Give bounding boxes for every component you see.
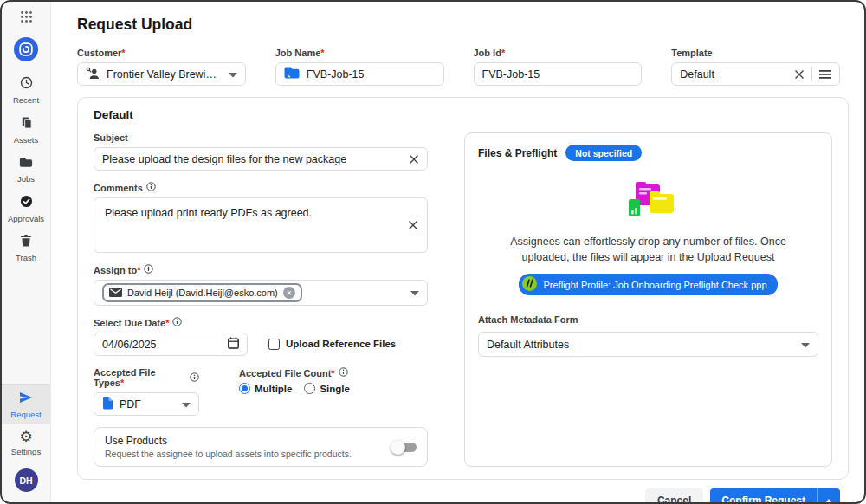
job-name-value: FVB-Job-15 [307, 68, 436, 81]
due-date-value: 04/06/2025 [102, 339, 221, 351]
envelope-icon [109, 288, 122, 299]
files-preflight-panel: Files & Preflight Not specified [464, 132, 832, 467]
sidebar-item-label: Settings [11, 447, 41, 456]
due-date-label: Select Due Date [94, 317, 248, 328]
preflight-profile-chip[interactable]: Preflight Profile: Job Onboarding Prefli… [519, 274, 777, 295]
documents-icon [20, 116, 33, 132]
template-select[interactable]: Default [671, 62, 840, 86]
sidebar-item-settings[interactable]: ⚙ Settings [2, 424, 50, 462]
not-specified-badge: Not specified [565, 145, 642, 161]
customer-field: Customer Frontier Valley Brewing Co. [77, 48, 246, 86]
job-id-label: Job Id [474, 48, 643, 58]
sidebar-item-jobs[interactable]: Jobs [2, 150, 50, 189]
chevron-down-icon [410, 287, 419, 299]
file-types-row: Accepted File Types PDF [94, 367, 428, 416]
page-title: Request Upload [77, 16, 849, 34]
main-content: Request Upload Customer Frontier Valley … [51, 2, 864, 502]
form-left-column: Subject Please upload the design files f… [94, 132, 428, 467]
sidebar-item-assets[interactable]: Assets [2, 110, 50, 150]
sidebar: Recent Assets Jobs Approvals Trash [2, 2, 51, 502]
use-products-card: Use Products Request the assignee to upl… [94, 427, 428, 467]
subject-clear-icon[interactable] [409, 154, 419, 165]
job-name-input[interactable]: FVB-Job-15 [275, 62, 444, 86]
sidebar-item-trash[interactable]: Trash [2, 229, 50, 268]
comments-clear-icon[interactable] [408, 220, 418, 230]
file-types-label: Accepted File Types [94, 367, 199, 388]
cancel-button[interactable]: Cancel [645, 488, 703, 504]
send-icon [19, 391, 33, 407]
upload-reference-checkbox[interactable] [268, 339, 280, 350]
chevron-down-icon [182, 398, 191, 410]
radio-option-multiple[interactable]: Multiple [239, 383, 292, 394]
app-window: Recent Assets Jobs Approvals Trash [0, 0, 866, 504]
comments-input[interactable]: Please upload print ready PDFs as agreed… [94, 197, 428, 253]
upload-reference-checkbox-row[interactable]: Upload Reference Files [268, 339, 396, 350]
confirm-request-dropdown-button[interactable] [817, 488, 840, 504]
clock-icon [20, 76, 33, 93]
files-preflight-description: Assignees can effortlessly drop any numb… [501, 235, 796, 265]
job-name-label: Job Name [275, 48, 444, 58]
job-id-field: Job Id FVB-Job-15 [474, 48, 643, 86]
info-icon [146, 182, 156, 193]
job-id-input[interactable]: FVB-Job-15 [474, 62, 643, 86]
sidebar-item-label: Request [10, 410, 41, 419]
chevron-down-icon [229, 68, 237, 81]
template-clear-icon[interactable] [794, 69, 805, 80]
sidebar-item-approvals[interactable]: Approvals [2, 189, 50, 229]
files-preflight-header: Files & Preflight Not specified [478, 145, 818, 161]
sidebar-item-label: Approvals [8, 214, 44, 223]
subject-input[interactable]: Please upload the design files for the n… [94, 147, 428, 171]
use-products-toggle[interactable] [392, 443, 417, 452]
confirm-request-split-button: Confirm Request [710, 488, 840, 504]
due-date-row: Select Due Date 04/06/2025 [94, 317, 428, 356]
preflight-chip-label: Preflight Profile: Job Onboarding Prefli… [543, 280, 766, 290]
sidebar-item-recent[interactable]: Recent [2, 70, 50, 110]
use-products-description: Request the assignee to upload assets in… [105, 449, 384, 459]
comments-group: Comments Please upload print ready PDFs … [94, 182, 428, 253]
customer-person-key-icon [86, 67, 100, 82]
sidebar-item-label: Jobs [17, 174, 35, 184]
subject-label: Subject [94, 132, 428, 143]
subject-group: Subject Please upload the design files f… [94, 132, 428, 171]
confirm-request-button[interactable]: Confirm Request [710, 488, 817, 504]
radio-multiple-label: Multiple [255, 384, 292, 394]
info-icon [144, 264, 153, 275]
radio-multiple[interactable] [239, 383, 250, 394]
customer-select[interactable]: Frontier Valley Brewing Co. [77, 62, 246, 86]
toggle-knob [391, 440, 405, 455]
customer-label: Customer [77, 48, 246, 58]
metadata-form-select[interactable]: Default Attributes [478, 332, 818, 357]
template-value: Default [680, 68, 787, 81]
sidebar-item-request[interactable]: Request [2, 384, 50, 424]
radio-single-label: Single [320, 384, 350, 394]
trash-icon [21, 235, 31, 250]
assign-to-label: Assign to [94, 264, 428, 275]
metadata-form-value: Default Attributes [487, 339, 794, 351]
radio-option-single[interactable]: Single [304, 383, 350, 394]
user-avatar[interactable]: DH [15, 468, 38, 492]
check-circle-icon [20, 195, 33, 211]
upload-reference-label: Upload Reference Files [286, 339, 396, 349]
radio-single[interactable] [304, 383, 315, 394]
sidebar-item-label: Assets [14, 135, 39, 145]
app-launcher-grid-icon[interactable] [20, 10, 33, 27]
template-menu-icon[interactable] [819, 70, 831, 79]
app-logo-icon[interactable] [14, 37, 38, 61]
file-types-select[interactable]: PDF [94, 392, 199, 416]
files-preflight-title: Files & Preflight [478, 147, 557, 159]
section-title: Default [94, 108, 832, 121]
metadata-form-label: Attach Metadata Form [478, 314, 818, 325]
preflight-icon [522, 276, 537, 293]
folders-illustration [478, 178, 818, 223]
assign-to-select[interactable]: David Heijl (David.Heijl@esko.com) ✕ [94, 280, 428, 306]
assignee-remove-icon[interactable]: ✕ [283, 287, 295, 299]
customer-value: Frontier Valley Brewing Co. [107, 68, 222, 81]
pdf-file-icon [102, 397, 113, 412]
file-count-label: Accepted File Count [239, 367, 350, 378]
assignee-chip[interactable]: David Heijl (David.Heijl@esko.com) ✕ [102, 283, 302, 302]
use-products-title: Use Products [105, 435, 384, 447]
header-fields-row: Customer Frontier Valley Brewing Co. Job… [77, 48, 849, 86]
due-date-input[interactable]: 04/06/2025 [94, 333, 248, 356]
calendar-icon[interactable] [228, 337, 239, 352]
file-types-value: PDF [120, 398, 175, 410]
